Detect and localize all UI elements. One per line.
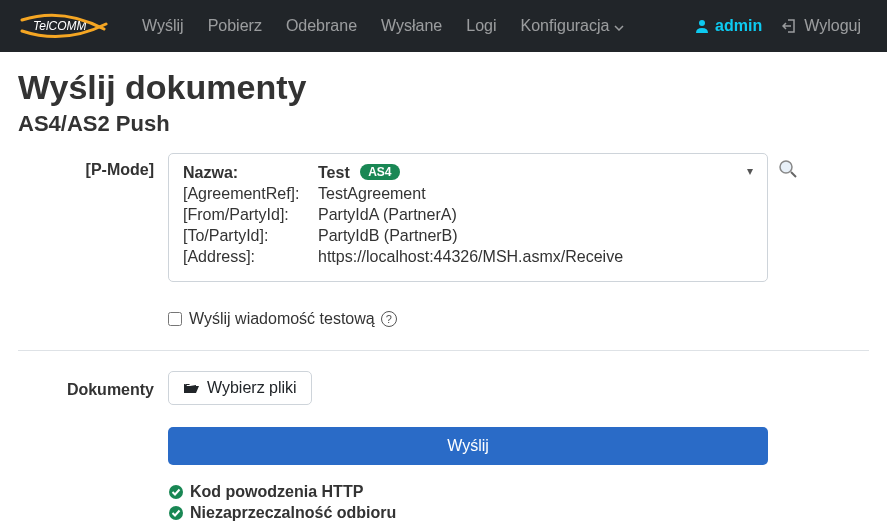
main-container: Wyślij dokumenty AS4/AS2 Push [P-Mode] ▾… xyxy=(0,52,887,532)
page-subtitle: AS4/AS2 Push xyxy=(18,111,869,137)
chevron-down-icon xyxy=(614,17,624,35)
logout-link[interactable]: Wyloguj xyxy=(772,9,871,43)
pmode-address-value: https://localhost:44326/MSH.asmx/Receive xyxy=(318,248,623,266)
logout-icon xyxy=(782,18,798,34)
pmode-from-value: PartyIdA (PartnerA) xyxy=(318,206,457,224)
pmode-from-line: [From/PartyId]: PartyIdA (PartnerA) xyxy=(183,206,753,224)
pmode-address-line: [Address]: https://localhost:44326/MSH.a… xyxy=(183,248,753,266)
pmode-row: [P-Mode] ▾ Nazwa: Test AS4 [AgreementRef… xyxy=(18,153,869,282)
test-message-checkbox[interactable] xyxy=(168,312,182,326)
pmode-agreement-line: [AgreementRef]: TestAgreement xyxy=(183,185,753,203)
status-list: Kod powodzenia HTTP Niezaprzeczalność od… xyxy=(168,483,869,522)
testmsg-row: Wyślij wiadomość testową ? xyxy=(18,296,869,336)
check-circle-icon xyxy=(168,484,184,500)
svg-line-3 xyxy=(791,172,796,177)
choose-files-button[interactable]: Wybierz pliki xyxy=(168,371,312,405)
brand-logo[interactable]: TelCOMM xyxy=(16,11,112,41)
svg-point-2 xyxy=(780,161,792,173)
logout-label: Wyloguj xyxy=(804,17,861,35)
protocol-badge: AS4 xyxy=(360,164,399,180)
pmode-name-line: Nazwa: Test AS4 xyxy=(183,164,753,182)
documents-row: Dokumenty Wybierz pliki Wyślij Kod powod xyxy=(18,371,869,525)
nav-send[interactable]: Wyślij xyxy=(132,9,194,43)
pmode-name-key: Nazwa: xyxy=(183,164,318,182)
status-non-repudiation: Niezaprzeczalność odbioru xyxy=(168,504,869,522)
nav-config[interactable]: Konfiguracja xyxy=(511,9,635,43)
nav-items: Wyślij Pobierz Odebrane Wysłane Logi Kon… xyxy=(132,9,634,43)
send-button-label: Wyślij xyxy=(447,437,489,455)
chevron-down-icon: ▾ xyxy=(747,164,753,178)
navbar: TelCOMM Wyślij Pobierz Odebrane Wysłane … xyxy=(0,0,887,52)
user-link[interactable]: admin xyxy=(684,9,772,43)
nav-sent[interactable]: Wysłane xyxy=(371,9,452,43)
page-title: Wyślij dokumenty xyxy=(18,68,869,107)
magnifier-icon xyxy=(778,159,798,179)
nav-right: admin Wyloguj xyxy=(684,9,871,43)
search-pmode-button[interactable] xyxy=(778,153,798,282)
pmode-name-value: Test xyxy=(318,164,350,181)
pmode-agreement-key: [AgreementRef]: xyxy=(183,185,318,203)
pmode-address-key: [Address]: xyxy=(183,248,318,266)
nav-received[interactable]: Odebrane xyxy=(276,9,367,43)
choose-files-label: Wybierz pliki xyxy=(207,379,297,397)
documents-section-label: Dokumenty xyxy=(18,371,168,525)
pmode-dropdown[interactable]: ▾ Nazwa: Test AS4 [AgreementRef]: TestAg… xyxy=(168,153,768,282)
status-http-label: Kod powodzenia HTTP xyxy=(190,483,363,501)
divider xyxy=(18,350,869,351)
svg-point-1 xyxy=(699,20,705,26)
svg-text:TelCOMM: TelCOMM xyxy=(33,19,87,33)
user-icon xyxy=(694,18,710,34)
send-button[interactable]: Wyślij xyxy=(168,427,768,465)
user-name: admin xyxy=(715,17,762,35)
pmode-to-key: [To/PartyId]: xyxy=(183,227,318,245)
pmode-to-line: [To/PartyId]: PartyIdB (PartnerB) xyxy=(183,227,753,245)
status-http-success: Kod powodzenia HTTP xyxy=(168,483,869,501)
check-circle-icon xyxy=(168,505,184,521)
pmode-section-label: [P-Mode] xyxy=(18,153,168,282)
status-nr-label: Niezaprzeczalność odbioru xyxy=(190,504,396,522)
folder-open-icon xyxy=(183,381,199,395)
pmode-to-value: PartyIdB (PartnerB) xyxy=(318,227,458,245)
nav-download[interactable]: Pobierz xyxy=(198,9,272,43)
nav-logs[interactable]: Logi xyxy=(456,9,506,43)
help-icon[interactable]: ? xyxy=(381,311,397,327)
pmode-agreement-value: TestAgreement xyxy=(318,185,426,203)
test-message-label[interactable]: Wyślij wiadomość testową xyxy=(189,310,375,328)
nav-config-label: Konfiguracja xyxy=(521,17,610,35)
pmode-from-key: [From/PartyId]: xyxy=(183,206,318,224)
